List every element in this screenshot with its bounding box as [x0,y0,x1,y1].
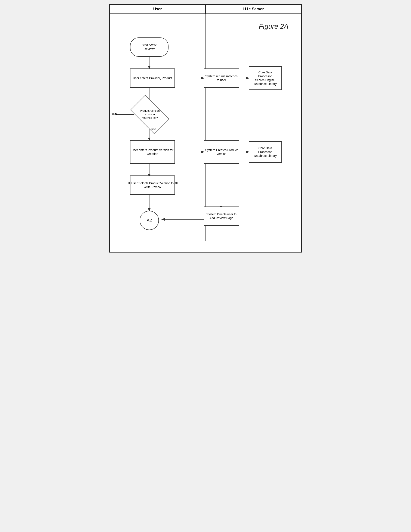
system-returns-shape: System returns matches to user [204,68,239,88]
system-directs-shape: System Directs user to Add Review Page [204,207,239,226]
enter-version-shape: User enters Product Version for Creation [130,140,175,164]
system-creates-label: System Creates Product Version [204,148,239,156]
page: User i11e Server Figure 2A [109,4,302,253]
decision-container: Product Version exists in returned list? [132,103,167,126]
figure-title: Figure 2A [259,22,288,30]
system-directs-label: System Directs user to Add Review Page [204,212,239,220]
core-data-db-label: Core Data Processor, Database Library [254,146,277,158]
enter-version-label: User enters Product Version for Creation [130,148,174,156]
a2-label: A2 [147,218,152,223]
enter-provider-shape: User enters Provider, Product [130,68,175,88]
core-data-db-shape: Core Data Processor, Database Library [249,141,282,163]
no-label: NO [151,127,156,131]
header-server: i11e Server [206,5,301,13]
system-returns-label: System returns matches to user [204,74,239,82]
content-area: Figure 2A [110,14,301,241]
enter-provider-label: User enters Provider, Product [133,76,172,80]
system-creates-shape: System Creates Product Version [204,140,239,164]
a2-shape: A2 [140,211,159,230]
header-user: User [110,5,206,13]
core-data-search-label: Core Data Processor, Search Engine, Data… [254,70,277,86]
yes-label: YES [111,112,117,115]
decision-label: Product Version exists in returned list? [140,109,160,120]
user-selects-label: User Selects Product Version to Write Re… [130,181,174,189]
header-row: User i11e Server [110,5,301,14]
start-label: Start "Write Review" [142,43,157,51]
start-shape: Start "Write Review" [130,38,168,57]
user-selects-shape: User Selects Product Version to Write Re… [130,175,175,195]
core-data-search-shape: Core Data Processor, Search Engine, Data… [249,66,282,90]
